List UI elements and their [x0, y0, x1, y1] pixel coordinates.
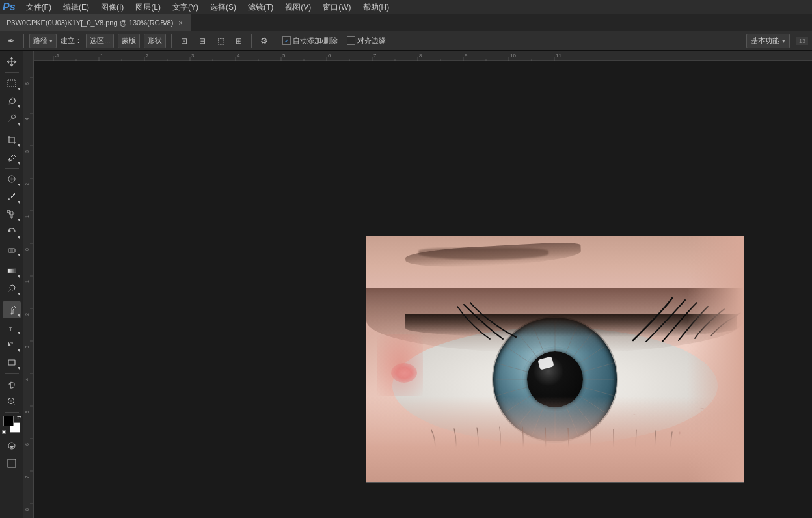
- tool-hand[interactable]: [3, 375, 21, 392]
- make-selection-btn[interactable]: 选区...: [86, 34, 114, 48]
- path-exclude-icon[interactable]: ⊞: [232, 34, 246, 48]
- tool-zoom[interactable]: [3, 393, 21, 410]
- menu-file[interactable]: 文件(F): [21, 1, 57, 14]
- build-label: 建立：: [61, 36, 82, 46]
- svg-text:0: 0: [25, 248, 29, 251]
- tab-filename: P3W0CPKE(0U03)K1Y[_0_V8.png @ 130%(RGB/8…: [7, 19, 173, 27]
- auto-add-remove-checkbox[interactable]: ✓ 自动添加/删除: [282, 36, 338, 46]
- make-shape-btn[interactable]: 形状: [144, 34, 166, 48]
- tool-spot-heal[interactable]: [3, 170, 21, 187]
- auto-add-checkbox-box[interactable]: ✓: [282, 36, 291, 45]
- menu-layer[interactable]: 图层(L): [130, 1, 166, 14]
- tab-bar: P3W0CPKE(0U03)K1Y[_0_V8.png @ 130%(RGB/8…: [0, 14, 812, 31]
- image-canvas: [366, 236, 744, 483]
- menu-window[interactable]: 窗口(W): [318, 1, 356, 14]
- document-tab[interactable]: P3W0CPKE(0U03)K1Y[_0_V8.png @ 130%(RGB/8…: [0, 14, 191, 31]
- tool-marquee[interactable]: [3, 75, 21, 92]
- svg-marker-13: [8, 230, 11, 232]
- path-mode-dropdown[interactable]: 路径 ▾: [29, 34, 57, 48]
- svg-text:8: 8: [25, 508, 29, 511]
- svg-text:4: 4: [25, 378, 29, 381]
- menu-view[interactable]: 视图(V): [280, 1, 316, 14]
- menu-image[interactable]: 图像(I): [96, 1, 129, 14]
- svg-text:1: 1: [100, 53, 103, 59]
- make-mask-label: 蒙版: [122, 36, 136, 46]
- path-settings-icon[interactable]: ⚙: [257, 34, 271, 48]
- svg-point-3: [11, 115, 15, 119]
- tool-sep-6: [5, 373, 19, 374]
- menu-filter[interactable]: 滤镜(T): [243, 1, 278, 14]
- tool-gradient[interactable]: [3, 262, 21, 279]
- tool-sep-5: [5, 299, 19, 299]
- tool-crop[interactable]: [3, 131, 21, 148]
- tool-screen-mode[interactable]: [3, 455, 21, 472]
- foreground-color-swatch[interactable]: [3, 416, 14, 426]
- tool-lasso[interactable]: [3, 92, 21, 109]
- svg-rect-27: [8, 459, 16, 467]
- main-layout: T ⇄: [0, 51, 812, 518]
- svg-text:5: 5: [25, 82, 29, 85]
- svg-text:3: 3: [25, 346, 29, 348]
- align-edges-label: 对齐边缘: [357, 36, 386, 46]
- canvas-area[interactable]: [34, 61, 812, 518]
- workspace-label: 基本功能: [751, 36, 779, 46]
- pen-tool-icon[interactable]: ✒: [4, 34, 18, 48]
- svg-line-2: [8, 117, 13, 122]
- align-edges-checkbox[interactable]: ✓ 对齐边缘: [347, 36, 386, 46]
- menu-select[interactable]: 选择(S): [205, 1, 241, 14]
- tool-sep-2: [5, 129, 19, 130]
- svg-text:5: 5: [282, 53, 286, 59]
- color-swatches[interactable]: ⇄: [3, 416, 20, 433]
- divider-3: [251, 34, 252, 48]
- divider-2: [171, 34, 172, 48]
- tool-clone-stamp[interactable]: [3, 206, 21, 223]
- make-mask-btn[interactable]: 蒙版: [118, 34, 140, 48]
- tool-path-select[interactable]: [3, 336, 21, 353]
- canvas-row: 5 4 3 2 1 0 1 2 3: [23, 61, 812, 518]
- svg-text:6: 6: [25, 443, 29, 446]
- make-shape-label: 形状: [148, 36, 162, 46]
- svg-text:2: 2: [146, 53, 149, 59]
- tool-sep-3: [5, 168, 19, 169]
- path-mode-label: 路径: [33, 36, 47, 46]
- tool-eraser[interactable]: [3, 241, 21, 258]
- svg-text:11: 11: [556, 53, 562, 59]
- path-dropdown-arrow: ▾: [49, 38, 53, 44]
- tool-rectangle[interactable]: [3, 354, 21, 371]
- tool-quick-mask[interactable]: [3, 437, 21, 454]
- tool-dodge[interactable]: [3, 280, 21, 297]
- svg-text:4: 4: [25, 118, 29, 120]
- corner-num-value: 13: [799, 38, 805, 44]
- path-combine-icon[interactable]: ⊡: [177, 34, 191, 48]
- svg-line-23: [13, 403, 16, 406]
- svg-text:3: 3: [25, 150, 29, 153]
- tool-pen[interactable]: [3, 301, 21, 318]
- svg-text:1: 1: [25, 215, 29, 218]
- tool-eyedropper[interactable]: [3, 149, 21, 166]
- svg-text:4: 4: [237, 53, 240, 59]
- left-toolbar: T ⇄: [0, 51, 23, 518]
- workspace-dropdown[interactable]: 基本功能 ▾: [746, 34, 790, 48]
- tool-history-brush[interactable]: [3, 223, 21, 240]
- reset-colors-icon[interactable]: [2, 430, 6, 434]
- tab-close-button[interactable]: ×: [177, 19, 183, 27]
- ruler-and-canvas: -1 1 2 3 4 5 6 7 8 9 10 11: [23, 51, 812, 518]
- path-subtract-icon[interactable]: ⊟: [195, 34, 210, 48]
- path-intersect-icon[interactable]: ⬚: [213, 34, 228, 48]
- menu-edit[interactable]: 编辑(E): [58, 1, 94, 14]
- divider-1: [23, 34, 24, 48]
- svg-point-19: [10, 313, 12, 315]
- tool-move[interactable]: [3, 53, 21, 70]
- tool-sep-4: [5, 260, 19, 260]
- tool-brush[interactable]: [3, 188, 21, 205]
- svg-point-17: [10, 285, 15, 290]
- align-edges-checkbox-box[interactable]: ✓: [347, 36, 355, 45]
- svg-text:2: 2: [25, 183, 29, 185]
- tool-magic-wand[interactable]: [3, 110, 21, 127]
- tool-type[interactable]: T: [3, 319, 21, 336]
- temple-skin: [687, 236, 744, 482]
- swap-colors-icon[interactable]: ⇄: [17, 415, 21, 420]
- menu-help[interactable]: 帮助(H): [358, 1, 395, 14]
- svg-text:9: 9: [465, 53, 468, 59]
- menu-text[interactable]: 文字(Y): [167, 1, 204, 14]
